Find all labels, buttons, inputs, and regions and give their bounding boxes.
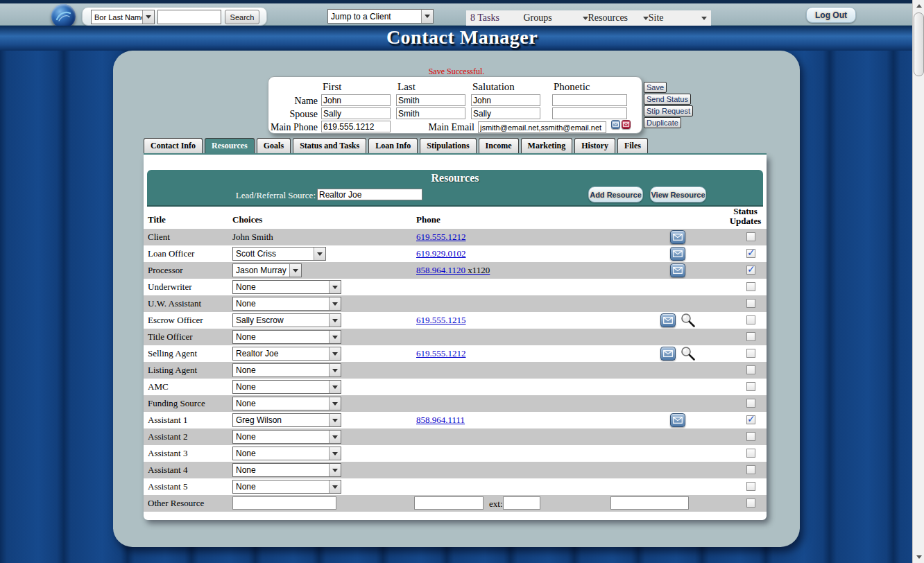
- other-resource-phone-input[interactable]: [414, 496, 484, 510]
- status-updates-checkbox[interactable]: ✓: [746, 266, 755, 275]
- add-resource-button[interactable]: Add Resource: [588, 187, 643, 202]
- tab-marketing[interactable]: Marketing: [521, 138, 573, 153]
- status-updates-checkbox[interactable]: [746, 315, 755, 324]
- lead-referral-input[interactable]: [317, 189, 422, 200]
- status-updates-checkbox[interactable]: [746, 282, 755, 291]
- send-email-icon[interactable]: [660, 313, 676, 327]
- chevron-down-icon[interactable]: [329, 364, 341, 376]
- send-email-icon[interactable]: [670, 230, 685, 244]
- other-resource-email-input[interactable]: [610, 496, 689, 510]
- chevron-down-icon[interactable]: [314, 248, 325, 260]
- tab-stipulations[interactable]: Stipulations: [420, 138, 476, 153]
- send-status-button[interactable]: Send Status: [644, 94, 691, 105]
- status-updates-checkbox[interactable]: [746, 465, 755, 474]
- spouse-phonetic-field[interactable]: [552, 107, 627, 119]
- tab-history[interactable]: History: [574, 138, 615, 153]
- selling-agent-select[interactable]: Realtor Joe: [232, 347, 341, 361]
- chevron-down-icon[interactable]: [329, 431, 341, 443]
- search-input[interactable]: [157, 10, 221, 24]
- listing-agent-select[interactable]: None: [232, 363, 341, 377]
- duplicate-button[interactable]: Duplicate: [644, 117, 681, 128]
- chevron-down-icon[interactable]: [329, 347, 341, 360]
- title-officer-select[interactable]: None: [232, 330, 341, 344]
- processor-select[interactable]: Jason Murray: [232, 263, 302, 277]
- tab-resources[interactable]: Resources: [205, 138, 255, 153]
- status-updates-checkbox[interactable]: [746, 399, 755, 408]
- jump-to-client-select[interactable]: Jump to a Client: [327, 9, 434, 24]
- chevron-down-icon[interactable]: [329, 281, 341, 293]
- phone-link[interactable]: 858.964.1120 x1120: [416, 265, 490, 276]
- chevron-down-icon[interactable]: [421, 10, 433, 23]
- main-phone-field[interactable]: [321, 121, 391, 132]
- status-updates-checkbox[interactable]: [746, 432, 755, 441]
- menu-item-groups[interactable]: Groups: [523, 10, 588, 26]
- status-updates-checkbox[interactable]: ✓: [746, 249, 755, 258]
- amc-select[interactable]: None: [232, 380, 341, 394]
- assistant-5-select[interactable]: None: [232, 480, 341, 494]
- email-icon[interactable]: [611, 120, 620, 129]
- scroll-down-icon[interactable]: [913, 551, 924, 563]
- funding-source-select[interactable]: None: [232, 397, 341, 410]
- chevron-down-icon[interactable]: [329, 297, 341, 310]
- status-updates-checkbox[interactable]: [746, 382, 755, 391]
- phone-link[interactable]: 619.555.1212: [416, 348, 466, 359]
- phone-link[interactable]: 858.964.1111: [416, 415, 465, 426]
- main-email-field[interactable]: [478, 121, 606, 133]
- status-updates-checkbox[interactable]: ✓: [746, 415, 755, 424]
- send-email-icon[interactable]: [670, 263, 685, 277]
- chevron-down-icon[interactable]: [329, 464, 341, 476]
- chevron-down-icon[interactable]: [329, 331, 341, 343]
- u-w-assistant-select[interactable]: None: [232, 297, 341, 311]
- name-salutation-field[interactable]: [471, 94, 540, 106]
- send-email-icon[interactable]: [660, 347, 676, 361]
- assistant-1-select[interactable]: Greg Wilson: [232, 413, 341, 427]
- name-first-field[interactable]: [321, 94, 391, 106]
- vertical-scrollbar[interactable]: [912, 0, 924, 563]
- save-button[interactable]: Save: [644, 82, 667, 93]
- stip-request-button[interactable]: Stip Request: [644, 105, 693, 116]
- search-button[interactable]: Search: [225, 10, 259, 24]
- loan-officer-select[interactable]: Scott Criss: [232, 247, 326, 261]
- status-updates-checkbox[interactable]: [746, 232, 755, 241]
- phone-link[interactable]: 619.555.1212: [416, 232, 466, 243]
- menu-item-8-tasks[interactable]: 8 Tasks: [470, 10, 523, 26]
- tab-files[interactable]: Files: [617, 138, 648, 153]
- logout-button[interactable]: Log Out: [806, 7, 856, 23]
- status-updates-checkbox[interactable]: [746, 299, 755, 308]
- spouse-salutation-field[interactable]: [471, 107, 540, 119]
- view-resource-button[interactable]: View Resource: [650, 187, 706, 202]
- tab-goals[interactable]: Goals: [257, 138, 291, 153]
- app-logo-icon[interactable]: [51, 4, 76, 28]
- chevron-down-icon[interactable]: [329, 314, 341, 327]
- other-resource-ext-input[interactable]: [503, 496, 540, 510]
- name-phonetic-field[interactable]: [552, 94, 627, 106]
- status-updates-checkbox[interactable]: [746, 482, 755, 491]
- assistant-2-select[interactable]: None: [232, 430, 341, 444]
- assistant-4-select[interactable]: None: [232, 463, 341, 477]
- chevron-down-icon[interactable]: [329, 414, 341, 426]
- spouse-last-field[interactable]: [396, 107, 465, 119]
- chevron-down-icon[interactable]: [329, 480, 341, 493]
- scroll-up-icon[interactable]: [913, 0, 924, 12]
- chevron-down-icon[interactable]: [329, 447, 341, 460]
- phone-link[interactable]: 619.929.0102: [416, 248, 466, 259]
- remove-email-icon[interactable]: [622, 120, 631, 129]
- status-updates-checkbox[interactable]: [746, 499, 755, 508]
- underwriter-select[interactable]: None: [232, 280, 341, 294]
- status-updates-checkbox[interactable]: [746, 449, 755, 458]
- status-updates-checkbox[interactable]: [746, 365, 755, 374]
- chevron-down-icon[interactable]: [142, 10, 154, 24]
- send-email-icon[interactable]: [670, 413, 685, 427]
- menu-item-resources[interactable]: Resources: [588, 10, 649, 26]
- phone-link[interactable]: 619.555.1215: [416, 315, 466, 326]
- other-resource-name-input[interactable]: [232, 496, 336, 510]
- menu-item-site[interactable]: Site: [649, 10, 707, 26]
- tab-income[interactable]: Income: [479, 138, 519, 153]
- tab-contact-info[interactable]: Contact Info: [144, 138, 203, 153]
- chevron-down-icon[interactable]: [329, 397, 341, 410]
- spouse-first-field[interactable]: [321, 107, 391, 119]
- assistant-3-select[interactable]: None: [232, 447, 341, 460]
- tab-loan-info[interactable]: Loan Info: [368, 138, 418, 153]
- name-last-field[interactable]: [396, 94, 465, 106]
- chevron-down-icon[interactable]: [329, 381, 341, 393]
